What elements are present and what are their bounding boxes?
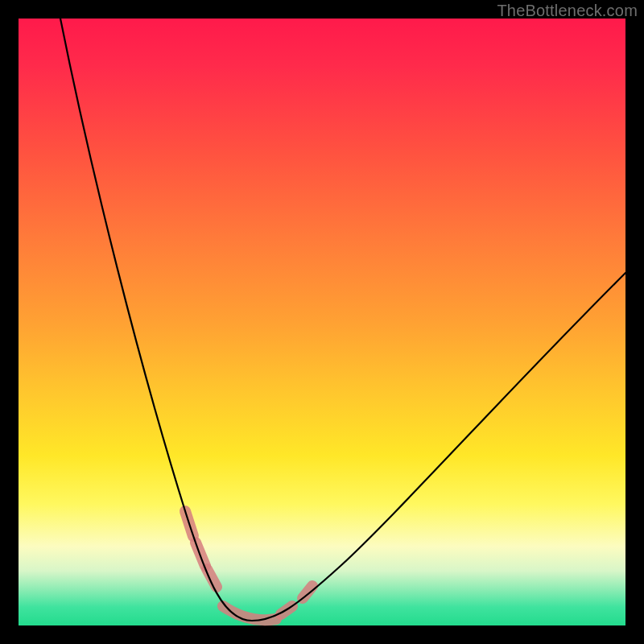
bottleneck-curve-svg [19,19,625,625]
bottleneck-curve [60,19,625,621]
watermark-text: TheBottleneck.com [497,2,638,20]
chart-frame [19,19,625,625]
